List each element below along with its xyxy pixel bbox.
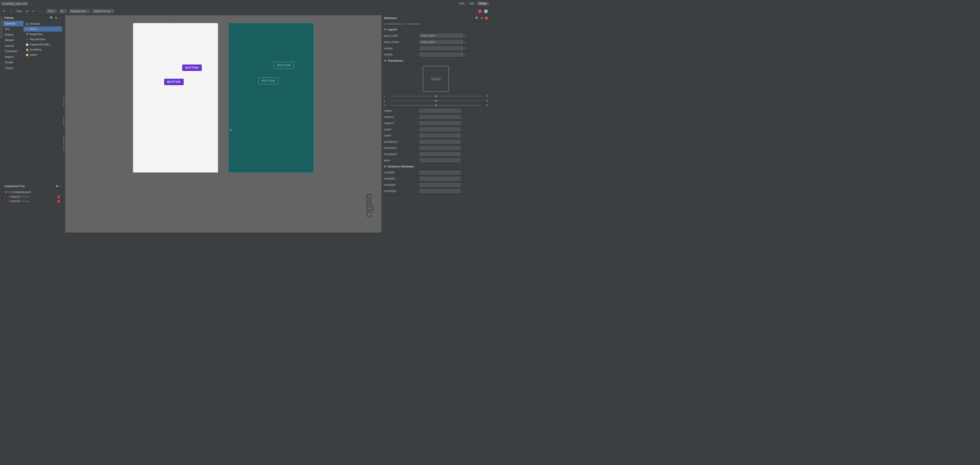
- widget-scrollview[interactable]: 📜 ScrollView: [24, 47, 62, 52]
- tree-item-button13[interactable]: button13 "Button" !: [3, 199, 62, 203]
- maxWidth-input[interactable]: [420, 177, 461, 181]
- tab-design[interactable]: Design: [477, 2, 489, 6]
- minWidth-input[interactable]: [420, 171, 461, 175]
- alpha-input[interactable]: [420, 159, 461, 163]
- structure-tab[interactable]: Structure: [62, 97, 65, 106]
- translationZ-input[interactable]: [420, 152, 461, 156]
- common-attr-section-title[interactable]: ▼ Common Attributes: [382, 163, 490, 170]
- transforms-section-title[interactable]: ▼ Transforms: [382, 58, 490, 64]
- scaleX-input[interactable]: [420, 127, 461, 132]
- widget-button[interactable]: Button: [24, 27, 62, 32]
- toggle-icon[interactable]: 👁: [2, 9, 7, 13]
- fit-btn[interactable]: ⊡: [366, 211, 372, 217]
- cat-buttons[interactable]: Buttons: [3, 32, 24, 38]
- zoom-out-btn[interactable]: −: [366, 200, 372, 205]
- rotation-y-slider[interactable]: [391, 100, 481, 101]
- tab-split[interactable]: Split: [467, 2, 476, 6]
- canvas-button-2[interactable]: BUTTON: [164, 79, 184, 85]
- widget-imageview[interactable]: 🖼 ImageView: [24, 32, 62, 37]
- tree-item-constraintlayout[interactable]: ▼ ConstraintLayout: [3, 190, 62, 195]
- favorites-tab[interactable]: Favorites: [62, 117, 65, 126]
- file-tab[interactable]: activity_main.xml: [1, 1, 29, 6]
- palette-minus-icon[interactable]: −: [59, 16, 60, 20]
- rotation-x-slider[interactable]: [391, 96, 481, 96]
- button13-dot: [8, 200, 10, 202]
- widget-fragmentcontainer[interactable]: ⬜ FragmentContain...: [24, 42, 62, 47]
- locale-select[interactable]: Default (en-us): [92, 9, 114, 13]
- zoom-select[interactable]: 32: [59, 9, 67, 13]
- toolbar: 👁 ↖ 32dp ⊕ ✦ ⊥ Pixel 32 MyApplication De…: [0, 7, 490, 15]
- palette-content: Common Text Buttons Widgets Layouts Cont…: [3, 21, 62, 184]
- maxHeight-label: maxHeight: [384, 190, 417, 193]
- visibility-dropdown-2[interactable]: ▼: [465, 54, 466, 56]
- layout-width-dropdown[interactable]: ▼: [465, 35, 466, 37]
- translationZ-row: translationZ: [382, 151, 490, 157]
- magic-icon[interactable]: ✦: [31, 9, 36, 13]
- tab-code[interactable]: Code: [457, 2, 467, 6]
- pixel-select[interactable]: Pixel: [46, 9, 57, 13]
- cat-legacy[interactable]: Legacy: [3, 65, 24, 71]
- odp-btn[interactable]: 32dp: [15, 9, 23, 13]
- widget-switch[interactable]: 🔀 Switch: [24, 52, 62, 57]
- layout-width-select[interactable]: match_parent: [420, 33, 463, 38]
- layout-height-dropdown[interactable]: ▼: [465, 41, 466, 43]
- palette-settings-icon[interactable]: ⚙: [55, 16, 57, 20]
- tree-button12-label: button12: [11, 195, 21, 198]
- scaleY-input[interactable]: [420, 134, 461, 138]
- attr-settings-icon[interactable]: ⚙: [480, 16, 483, 20]
- app-select[interactable]: MyApplication: [69, 9, 90, 13]
- cat-common[interactable]: Common: [3, 21, 24, 27]
- rotation-z-slider[interactable]: [391, 105, 481, 106]
- translationX-input[interactable]: [420, 140, 461, 144]
- tree-minus-icon[interactable]: −: [59, 185, 61, 188]
- design-canvas[interactable]: 📌 BUTTON BUTTON 📌 BUTTON BUTTON ↖: [65, 15, 382, 233]
- rotationX-input[interactable]: [420, 115, 461, 119]
- cat-helpers[interactable]: Helpers: [3, 54, 24, 60]
- alpha-row: alpha: [382, 157, 490, 163]
- widget-textview[interactable]: Ab TextView: [24, 21, 62, 27]
- cat-containers[interactable]: Containers: [3, 49, 24, 54]
- translationX-row: translationX: [382, 139, 490, 145]
- zoom-ratio-btn[interactable]: 1:1: [366, 205, 374, 211]
- canvas-button-1[interactable]: BUTTON: [182, 65, 202, 71]
- layout-height-select[interactable]: match_parent: [420, 40, 463, 44]
- tree-item-button12[interactable]: button12 "Button" !: [3, 195, 62, 199]
- visibility-select-1[interactable]: [420, 46, 463, 50]
- layout-section-title[interactable]: ▼ Layout: [382, 27, 490, 33]
- attr-header: Attributes 🔍 ⚙ 🔴: [382, 15, 490, 21]
- tree-constraintlayout-label: ConstraintLayout: [11, 191, 31, 194]
- visibility-dropdown-1[interactable]: ▼: [465, 48, 466, 49]
- tree-button13-sublabel: "Button": [22, 200, 30, 203]
- recyclerview-icon: ≡: [25, 38, 29, 41]
- rotationX-row: rotationX: [382, 114, 490, 120]
- minHeight-label: minHeight: [384, 184, 417, 187]
- widget-recyclerview[interactable]: ≡ RecyclerView: [24, 37, 62, 42]
- rotationY-row: rotationY: [382, 120, 490, 127]
- build-tab[interactable]: Build Variants: [62, 136, 65, 151]
- widget-recyclerview-label: RecyclerView: [30, 38, 45, 41]
- palette-header: Palette 🔍 ⚙ −: [3, 15, 62, 21]
- cat-text[interactable]: Text: [3, 26, 24, 32]
- cat-layouts[interactable]: Layouts: [3, 43, 24, 49]
- tree-settings-icon[interactable]: ⚙: [56, 185, 58, 188]
- scaleX-row: scaleX: [382, 127, 490, 133]
- rotationY-input[interactable]: [420, 121, 461, 125]
- rotation-prop-input[interactable]: [420, 109, 461, 113]
- resource-manager-label[interactable]: Resource Manager: [0, 16, 3, 38]
- cat-google[interactable]: Google: [3, 60, 24, 65]
- cursor-icon[interactable]: ↖: [9, 9, 13, 13]
- maxHeight-input[interactable]: [420, 189, 461, 193]
- expand-icon: ▼: [5, 191, 8, 194]
- attr-search-icon[interactable]: 🔍: [475, 16, 479, 20]
- minHeight-input[interactable]: [420, 183, 461, 187]
- visibility-select-2[interactable]: [420, 52, 463, 57]
- resource-manager-sidebar: Resource Manager: [0, 15, 3, 233]
- align-icon[interactable]: ⊥: [38, 9, 42, 13]
- canvas-button-4[interactable]: BUTTON: [259, 78, 279, 84]
- constraint-icon[interactable]: ⊕: [25, 9, 29, 13]
- translationY-input[interactable]: [420, 146, 461, 150]
- canvas-button-3[interactable]: BUTTON: [274, 62, 294, 69]
- cat-widgets[interactable]: Widgets: [3, 37, 24, 43]
- zoom-in-btn[interactable]: +: [366, 194, 372, 199]
- palette-search-icon[interactable]: 🔍: [50, 16, 54, 20]
